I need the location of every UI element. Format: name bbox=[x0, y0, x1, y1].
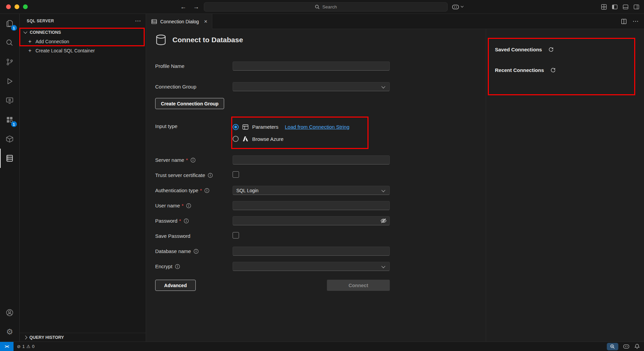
window-zoom-button[interactable] bbox=[23, 4, 28, 9]
user-name-input[interactable] bbox=[233, 201, 390, 210]
sidebar-item-remote-explorer[interactable] bbox=[0, 91, 20, 110]
connection-group-label: Connection Group bbox=[155, 84, 196, 90]
toggle-secondary-sidebar-icon[interactable] bbox=[634, 4, 639, 10]
database-name-label: Database name bbox=[155, 248, 191, 254]
server-name-input[interactable] bbox=[233, 155, 390, 165]
connection-group-select[interactable] bbox=[233, 82, 390, 91]
parameters-radio[interactable] bbox=[233, 124, 239, 130]
primary-sidebar: SQL SERVER ⋯ CONNECTIONS + Add Connectio… bbox=[20, 14, 146, 342]
server-name-label: Server name bbox=[155, 157, 184, 163]
advanced-button[interactable]: Advanced bbox=[155, 280, 196, 291]
save-password-label: Save Password bbox=[155, 233, 190, 239]
trust-server-certificate-checkbox[interactable] bbox=[233, 171, 239, 178]
chevron-down-icon bbox=[461, 5, 463, 7]
window-controls bbox=[6, 4, 28, 9]
encrypt-select[interactable] bbox=[233, 262, 390, 271]
connections-section-label: CONNECTIONS bbox=[30, 30, 61, 35]
chevron-down-icon bbox=[23, 30, 27, 33]
plus-icon: + bbox=[27, 39, 32, 45]
connection-dialog-webview: Connect to Database Profile Name Connect… bbox=[146, 29, 486, 342]
user-name-label: User name bbox=[155, 203, 180, 208]
toggle-primary-sidebar-icon[interactable] bbox=[612, 4, 618, 10]
password-input[interactable] bbox=[233, 216, 390, 225]
extensions-badge: 1 bbox=[11, 121, 17, 127]
vscode-window: ← → Search bbox=[0, 0, 644, 351]
tab-connection-dialog[interactable]: Connection Dialog × bbox=[146, 14, 212, 29]
editor-group: Connection Dialog × ⋯ Connect to Databas… bbox=[146, 14, 644, 342]
profile-name-input[interactable] bbox=[233, 61, 390, 71]
editor-more-actions-button[interactable]: ⋯ bbox=[633, 18, 639, 25]
load-from-connection-string-link[interactable]: Load from Connection String bbox=[285, 124, 350, 130]
command-center-search[interactable]: Search bbox=[204, 2, 448, 11]
authentication-type-select[interactable]: SQL Login bbox=[233, 186, 390, 195]
navigate-forward-button[interactable]: → bbox=[193, 3, 199, 10]
required-marker: * bbox=[186, 157, 188, 163]
customize-layout-icon[interactable] bbox=[601, 4, 607, 10]
problems-status-button[interactable]: ⊘ 1 ⚠ 0 bbox=[17, 344, 34, 349]
connect-button[interactable]: Connect bbox=[327, 280, 390, 291]
window-minimize-button[interactable] bbox=[15, 4, 19, 9]
remote-indicator-button[interactable]: >< bbox=[0, 342, 14, 351]
connections-browser-panel: Saved Connections Recent Connections bbox=[486, 29, 644, 342]
sidebar-title: SQL SERVER bbox=[27, 19, 135, 23]
database-icon bbox=[155, 34, 167, 46]
refresh-icon[interactable] bbox=[550, 67, 556, 73]
create-connection-group-button[interactable]: Create Connection Group bbox=[155, 98, 224, 109]
create-local-sql-container-item[interactable]: + Create Local SQL Container bbox=[20, 46, 146, 55]
profile-name-label: Profile Name bbox=[155, 63, 185, 69]
password-label: Password bbox=[155, 218, 177, 224]
sidebar-item-source-control[interactable] bbox=[0, 52, 20, 72]
query-history-section-header[interactable]: QUERY HISTORY bbox=[20, 333, 146, 342]
sidebar-item-search[interactable] bbox=[0, 33, 20, 52]
status-bar: >< ⊘ 1 ⚠ 0 bbox=[0, 342, 644, 351]
info-icon[interactable] bbox=[190, 157, 196, 163]
zoom-status-button[interactable] bbox=[607, 343, 618, 350]
required-marker: * bbox=[200, 187, 202, 193]
info-icon[interactable] bbox=[208, 173, 213, 178]
browse-azure-radio[interactable] bbox=[233, 136, 239, 142]
toggle-password-visibility-icon[interactable] bbox=[380, 218, 387, 224]
activity-bar: 1 1 bbox=[0, 14, 20, 342]
warning-icon: ⚠ bbox=[26, 344, 30, 349]
zoom-in-icon bbox=[610, 344, 615, 349]
database-name-input[interactable] bbox=[233, 247, 390, 256]
connection-dialog-icon bbox=[151, 19, 157, 25]
copilot-menu-button[interactable] bbox=[452, 0, 463, 14]
refresh-icon[interactable] bbox=[548, 47, 554, 52]
info-icon[interactable] bbox=[193, 249, 199, 254]
required-marker: * bbox=[182, 203, 184, 208]
sidebar-item-sql-server[interactable] bbox=[0, 149, 20, 168]
recent-connections-title: Recent Connections bbox=[495, 67, 544, 73]
window-close-button[interactable] bbox=[6, 4, 11, 9]
accounts-button[interactable] bbox=[0, 303, 20, 322]
sql-server-icon bbox=[5, 154, 14, 162]
info-icon[interactable] bbox=[204, 188, 210, 193]
copilot-status-button[interactable] bbox=[623, 344, 629, 349]
notifications-bell-button[interactable] bbox=[634, 344, 640, 349]
copilot-icon bbox=[452, 4, 459, 10]
settings-gear-button[interactable]: ⚙ bbox=[0, 322, 20, 342]
sidebar-item-containers[interactable] bbox=[0, 129, 20, 149]
split-editor-icon[interactable] bbox=[621, 19, 627, 24]
info-icon[interactable] bbox=[175, 264, 180, 269]
recent-connections-row: Recent Connections bbox=[495, 67, 644, 73]
tab-bar: Connection Dialog × ⋯ bbox=[146, 14, 644, 29]
sidebar-more-actions-button[interactable]: ⋯ bbox=[135, 17, 141, 25]
remote-icon: >< bbox=[5, 344, 9, 349]
info-icon[interactable] bbox=[184, 218, 189, 224]
sidebar-item-run-debug[interactable] bbox=[0, 72, 20, 91]
navigate-back-button[interactable]: ← bbox=[180, 3, 186, 10]
search-icon bbox=[5, 39, 14, 47]
info-icon[interactable] bbox=[186, 203, 191, 208]
sidebar-item-explorer[interactable]: 1 bbox=[0, 14, 20, 33]
title-bar: ← → Search bbox=[0, 0, 644, 14]
saved-connections-title: Saved Connections bbox=[495, 47, 542, 52]
containers-icon bbox=[5, 135, 14, 143]
sidebar-item-extensions[interactable]: 1 bbox=[0, 110, 20, 129]
tab-close-button[interactable]: × bbox=[204, 18, 207, 25]
connections-section-header[interactable]: CONNECTIONS bbox=[20, 28, 146, 37]
encrypt-label: Encrypt bbox=[155, 264, 172, 269]
add-connection-item[interactable]: + Add Connection bbox=[20, 37, 146, 46]
save-password-checkbox[interactable] bbox=[233, 232, 239, 239]
toggle-panel-icon[interactable] bbox=[623, 4, 628, 10]
